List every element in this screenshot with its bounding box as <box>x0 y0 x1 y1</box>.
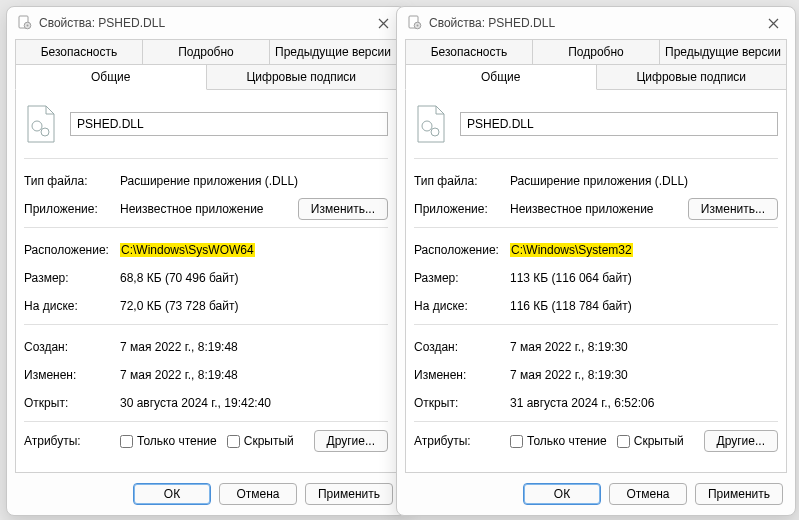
label-filetype: Тип файла: <box>414 174 510 188</box>
value-opened: 31 августа 2024 г., 6:52:06 <box>510 396 778 410</box>
label-attributes: Атрибуты: <box>24 434 120 448</box>
separator <box>24 227 388 228</box>
tabstrip: Безопасность Подробно Предыдущие версии … <box>15 39 397 90</box>
readonly-checkbox[interactable] <box>510 435 523 448</box>
filename-input[interactable] <box>460 112 778 136</box>
tab-panel-general: Тип файла:Расширение приложения (.DLL) П… <box>15 90 397 473</box>
tab-panel-general: Тип файла:Расширение приложения (.DLL) П… <box>405 90 787 473</box>
label-modified: Изменен: <box>24 368 120 382</box>
properties-window: Свойства: PSHED.DLL Безопасность Подробн… <box>6 6 406 516</box>
readonly-label: Только чтение <box>137 434 217 448</box>
value-ondisk: 116 КБ (118 784 байт) <box>510 299 778 313</box>
dll-file-icon <box>414 104 448 144</box>
separator <box>414 227 778 228</box>
advanced-attrs-button[interactable]: Другие... <box>704 430 778 452</box>
value-filetype: Расширение приложения (.DLL) <box>510 174 778 188</box>
change-app-button[interactable]: Изменить... <box>688 198 778 220</box>
value-modified: 7 мая 2022 г., 8:19:30 <box>510 368 778 382</box>
separator <box>24 158 388 159</box>
label-ondisk: На диске: <box>414 299 510 313</box>
label-opened: Открыт: <box>414 396 510 410</box>
separator <box>24 421 388 422</box>
apply-button[interactable]: Применить <box>695 483 783 505</box>
readonly-checkbox[interactable] <box>120 435 133 448</box>
dll-file-icon <box>24 104 58 144</box>
value-ondisk: 72,0 КБ (73 728 байт) <box>120 299 388 313</box>
svg-point-7 <box>417 25 419 27</box>
tab-details[interactable]: Подробно <box>143 39 270 65</box>
value-app: Неизвестное приложение <box>510 202 688 216</box>
ok-button[interactable]: ОК <box>133 483 211 505</box>
close-button[interactable] <box>367 9 399 37</box>
value-modified: 7 мая 2022 г., 8:19:48 <box>120 368 388 382</box>
label-location: Расположение: <box>414 243 510 257</box>
change-app-button[interactable]: Изменить... <box>298 198 388 220</box>
separator <box>414 158 778 159</box>
titlebar[interactable]: Свойства: PSHED.DLL <box>7 7 405 39</box>
cancel-button[interactable]: Отмена <box>219 483 297 505</box>
value-size: 68,8 КБ (70 496 байт) <box>120 271 388 285</box>
label-created: Создан: <box>24 340 120 354</box>
hidden-label: Скрытый <box>244 434 294 448</box>
label-app: Приложение: <box>24 202 120 216</box>
value-opened: 30 августа 2024 г., 19:42:40 <box>120 396 388 410</box>
tab-general[interactable]: Общие <box>405 64 597 90</box>
label-modified: Изменен: <box>414 368 510 382</box>
label-attributes: Атрибуты: <box>414 434 510 448</box>
separator <box>24 324 388 325</box>
label-size: Размер: <box>24 271 120 285</box>
window-title: Свойства: PSHED.DLL <box>39 16 367 30</box>
label-app: Приложение: <box>414 202 510 216</box>
cancel-button[interactable]: Отмена <box>609 483 687 505</box>
readonly-checkbox-wrap[interactable]: Только чтение <box>120 434 217 448</box>
value-app: Неизвестное приложение <box>120 202 298 216</box>
value-created: 7 мая 2022 г., 8:19:48 <box>120 340 388 354</box>
hidden-checkbox[interactable] <box>227 435 240 448</box>
hidden-label: Скрытый <box>634 434 684 448</box>
svg-point-2 <box>27 25 29 27</box>
apply-button[interactable]: Применить <box>305 483 393 505</box>
label-opened: Открыт: <box>24 396 120 410</box>
value-size: 113 КБ (116 064 байт) <box>510 271 778 285</box>
tab-previous-versions[interactable]: Предыдущие версии <box>270 39 397 65</box>
value-location: C:\Windows\SysWOW64 <box>120 243 388 257</box>
label-location: Расположение: <box>24 243 120 257</box>
close-button[interactable] <box>757 9 789 37</box>
tabstrip: Безопасность Подробно Предыдущие версии … <box>405 39 787 90</box>
tab-digital-signatures[interactable]: Цифровые подписи <box>597 64 788 90</box>
dialog-footer: ОК Отмена Применить <box>397 473 795 515</box>
tab-security[interactable]: Безопасность <box>15 39 143 65</box>
label-ondisk: На диске: <box>24 299 120 313</box>
readonly-label: Только чтение <box>527 434 607 448</box>
titlebar[interactable]: Свойства: PSHED.DLL <box>397 7 795 39</box>
value-created: 7 мая 2022 г., 8:19:30 <box>510 340 778 354</box>
label-filetype: Тип файла: <box>24 174 120 188</box>
readonly-checkbox-wrap[interactable]: Только чтение <box>510 434 607 448</box>
separator <box>414 421 778 422</box>
tab-security[interactable]: Безопасность <box>405 39 533 65</box>
ok-button[interactable]: ОК <box>523 483 601 505</box>
tab-previous-versions[interactable]: Предыдущие версии <box>660 39 787 65</box>
tab-details[interactable]: Подробно <box>533 39 660 65</box>
value-filetype: Расширение приложения (.DLL) <box>120 174 388 188</box>
window-title: Свойства: PSHED.DLL <box>429 16 757 30</box>
filename-input[interactable] <box>70 112 388 136</box>
dialog-footer: ОК Отмена Применить <box>7 473 405 515</box>
properties-window: Свойства: PSHED.DLL Безопасность Подробн… <box>396 6 796 516</box>
value-location: C:\Windows\System32 <box>510 243 778 257</box>
gear-page-icon <box>407 15 423 31</box>
separator <box>414 324 778 325</box>
tab-general[interactable]: Общие <box>15 64 207 90</box>
hidden-checkbox-wrap[interactable]: Скрытый <box>617 434 684 448</box>
hidden-checkbox[interactable] <box>617 435 630 448</box>
advanced-attrs-button[interactable]: Другие... <box>314 430 388 452</box>
label-size: Размер: <box>414 271 510 285</box>
tab-digital-signatures[interactable]: Цифровые подписи <box>207 64 398 90</box>
gear-page-icon <box>17 15 33 31</box>
hidden-checkbox-wrap[interactable]: Скрытый <box>227 434 294 448</box>
label-created: Создан: <box>414 340 510 354</box>
